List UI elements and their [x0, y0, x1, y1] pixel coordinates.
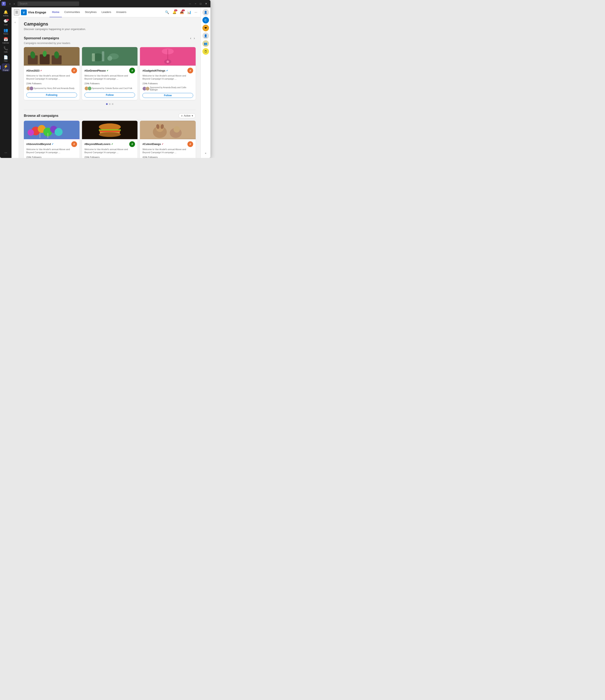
card-image-balloons [24, 121, 80, 139]
hash-badge-cutestdawgs: # [187, 141, 193, 147]
user-avatar[interactable]: 👤 [203, 9, 209, 16]
sidebar-item-files[interactable]: 📄 Files [2, 54, 10, 62]
nav-notifications-button[interactable]: 🔔 10 [172, 9, 177, 15]
engage-icon: ⚡ [3, 64, 8, 69]
hamburger-button[interactable]: ☰ [14, 9, 19, 16]
page-subtitle: Discover campaigns happening in your org… [24, 28, 195, 31]
verified-icon-give2023: ✔ [40, 70, 42, 72]
nav-link-storylines[interactable]: Storylines [82, 7, 99, 17]
sidebar-item-calendar[interactable]: 📅 Calendar [2, 36, 10, 44]
main-content: Campaigns Discover campaigns happening i… [19, 17, 201, 158]
sponsor-avatar-2 [29, 86, 33, 91]
title-bar-minimize[interactable]: − [193, 1, 198, 6]
sponsored-next-button[interactable]: › [193, 35, 195, 41]
back-button[interactable]: ‹ [13, 20, 17, 25]
share-badge: 1 [182, 9, 185, 11]
card-followers-cutestdawgs: 424k Followers [142, 156, 193, 158]
card-followers-gogreen: 234k Followers [84, 82, 135, 85]
calendar-icon: 📅 [3, 37, 8, 42]
pagination-dot-3[interactable] [112, 103, 113, 105]
hash-badge-gadgets: # [187, 68, 193, 73]
browse-section-title: Browse all campaigns [24, 114, 58, 118]
campaign-card-gogreenplease: #GoGreenPlease ✔ # Welcome to Van Arsdel… [82, 47, 138, 100]
pagination-dots [24, 103, 195, 105]
follow-button-gogreen[interactable]: Follow [84, 93, 135, 98]
pagination-dot-1[interactable] [106, 103, 108, 105]
svg-rect-27 [40, 133, 40, 138]
nav-more-button[interactable]: ··· [194, 10, 198, 15]
svg-point-26 [28, 129, 34, 136]
card-title-aboveandbeyond: #AboveAndBeyond [26, 143, 51, 146]
sponsored-section-header: Sponsored campaigns ‹ › [24, 35, 195, 41]
card-followers-give2023: 234k Followers [26, 82, 77, 85]
title-bar-controls: ··· − □ ✕ [187, 1, 209, 6]
nav-forward-button[interactable]: › [12, 2, 16, 6]
engage-panel: ☰ V Viva Engage Home Communities Storyli… [11, 7, 201, 158]
app-icon: T [2, 2, 6, 6]
svg-rect-12 [92, 53, 95, 61]
card-followers-beyondmeatlovers: 234k Followers [84, 156, 135, 158]
nav-chart-button[interactable]: 📊 [186, 9, 192, 15]
sidebar-more[interactable]: ··· [3, 149, 9, 156]
content-area: ☰ V Viva Engage Home Communities Storyli… [11, 7, 210, 158]
sponsor-text-give2023: Sponsored by Henry Brill and Amanda Brad… [34, 87, 74, 90]
sidebar-item-teams[interactable]: 👥 Teams [2, 27, 10, 35]
title-bar-nav: ‹ › [8, 2, 16, 6]
right-panel-icon-4[interactable]: 👥 [203, 40, 209, 47]
sidebar-item-engage[interactable]: ⚡ Engage [2, 63, 10, 72]
nav-search-button[interactable]: 🔍 [164, 9, 170, 15]
card-title-beyondmeatlovers: #BeyondMeatLovers [84, 143, 110, 146]
title-bar-more[interactable]: ··· [187, 1, 193, 6]
right-panel-icon-1[interactable]: C [203, 17, 209, 23]
nav-link-home[interactable]: Home [50, 7, 62, 17]
hash-badge-beyondmeatlovers: # [129, 141, 135, 147]
right-panel-icon-5[interactable]: 🗒 [203, 48, 209, 55]
browse-cards-row1: #AboveAndBeyond ✔ # Welcome to Van Arsde… [24, 121, 195, 158]
nav-links: Home Communities Storylines Leaders Answ… [50, 7, 129, 17]
right-panel-icon-3[interactable]: 👤 [203, 32, 209, 39]
card-desc-gogreen: Welcome to Van Arsdel's annual Above and… [84, 74, 135, 81]
sidebar-item-calls[interactable]: 📞 Calls [2, 45, 10, 53]
sponsored-section-nav: ‹ › [189, 35, 195, 41]
nav-share-button[interactable]: 📤 1 [179, 9, 185, 15]
nav-actions: 🔍 🔔 10 📤 1 📊 ··· [164, 9, 198, 15]
card-desc-beyondmeatlovers: Welcome to Van Arsdel's annual Above and… [84, 148, 135, 154]
verified-icon-aboveandbeyond: ✔ [52, 143, 53, 145]
follow-button-give2023[interactable]: Following [26, 93, 77, 98]
sidebar-item-activity[interactable]: 🔔 Activity [2, 9, 10, 17]
nav-link-answers[interactable]: Answers [114, 7, 129, 17]
card-image-burger [82, 121, 138, 139]
app-logo: V Viva Engage [21, 9, 46, 15]
right-panel-collapse-button[interactable]: « [203, 150, 208, 156]
section-divider [24, 110, 195, 110]
card-sponsors-gogreen: Sponsored by Celeste Burton and Cecil Fo… [84, 86, 135, 91]
sponsored-cards-grid: #Give2023 ✔ # Welcome to Van Arsdel's an… [24, 47, 195, 100]
card-title-gogreen: #GoGreenPlease [84, 69, 106, 72]
card-followers-gadgets: 234k Followers [142, 82, 193, 85]
nav-link-leaders[interactable]: Leaders [99, 7, 114, 17]
svg-point-25 [55, 128, 63, 136]
sponsored-section-subtitle: Campaigns recommended by your leaders [24, 42, 195, 45]
right-panel-icon-2[interactable]: ❤ [203, 25, 209, 31]
app-window: T ‹ › ··· − □ ✕ 🔔 Activity 1 💬 Chat [0, 0, 210, 158]
title-bar-search[interactable] [18, 1, 79, 6]
filter-button[interactable]: ≡ Active ▾ [178, 113, 195, 118]
nav-link-communities[interactable]: Communities [62, 7, 82, 17]
title-bar-close[interactable]: ✕ [204, 1, 209, 6]
sponsored-prev-button[interactable]: ‹ [189, 35, 192, 41]
pagination-dot-2[interactable] [109, 103, 110, 105]
title-bar-maximize[interactable]: □ [198, 1, 203, 6]
filter-icon: ≡ [181, 114, 183, 117]
app-layout: 🔔 Activity 1 💬 Chat 👥 Teams 📅 Calendar 📞… [0, 7, 210, 158]
verified-icon-gogreen: ✔ [107, 70, 108, 72]
right-panel: 👤 C ❤ 👤 👥 🗒 « [201, 7, 210, 158]
card-title-give2023: #Give2023 [26, 69, 40, 72]
card-image-pink [140, 47, 195, 66]
nav-back-button[interactable]: ‹ [8, 2, 12, 6]
back-sidebar: ‹ [11, 17, 19, 158]
follow-button-gadgets[interactable]: Follow [142, 93, 193, 98]
sidebar-item-chat[interactable]: 1 💬 Chat [2, 18, 10, 26]
sponsored-section-title: Sponsored campaigns [24, 36, 59, 40]
campaign-card-gadgets: #GadgetsNThings ✔ # Welcome to Van Arsde… [140, 47, 195, 100]
card-sponsors-give2023: Sponsored by Henry Brill and Amanda Brad… [26, 86, 77, 91]
